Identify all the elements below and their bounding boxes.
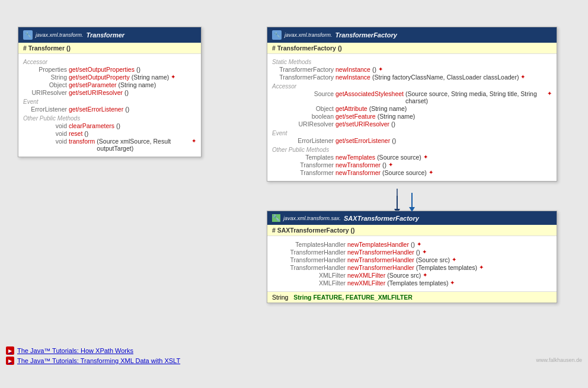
tf-member-row: Templates newTemplates (Source source) ✦ — [272, 154, 552, 161]
tutorial-link-1[interactable]: ▶ The Java™ Tutorials: How XPath Works — [6, 346, 180, 355]
transformer-member-row: ErrorListener get/setErrorListener () — [23, 106, 196, 113]
type-thandler: TemplatesHandler — [274, 241, 346, 248]
sax-constructor-text: # SAXTransformerFactory () — [272, 227, 354, 234]
param: (String name) — [378, 113, 416, 120]
tutorial-link-1-text: The Java™ Tutorials: How XPath Works — [17, 347, 133, 354]
method-geturiresolver[interactable]: get/setURIResolver — [335, 120, 389, 128]
transformer-member-row: void clearParameters () — [23, 122, 196, 129]
tutorial-link-2[interactable]: ▶ The Java™ Tutorials: Transforming XML … — [6, 357, 180, 365]
method-getsetoutputprop[interactable]: get/setOutputProperty — [69, 74, 130, 81]
transformer-member-row: void reset () — [23, 130, 196, 137]
mark6: ✦ — [450, 279, 455, 287]
param: () — [84, 130, 88, 137]
sax-constructor: # SAXTransformerFactory () — [267, 225, 557, 236]
param: () — [116, 122, 120, 129]
param: () — [391, 120, 395, 128]
sax-feature-row: String String FEATURE, FEATURE_XMLFILTER — [267, 291, 557, 303]
type-string: String — [25, 74, 67, 81]
sax-member-row: XMLFilter newXMLFilter (Templates templa… — [272, 279, 552, 287]
type-uriresolver: URIResolver — [274, 120, 334, 128]
param: (Source src) — [387, 272, 421, 279]
param: (Templates templates) — [387, 279, 448, 287]
method-newinstance1[interactable]: newInstance — [335, 66, 370, 73]
transformer-constructor: # Transformer () — [18, 43, 201, 54]
type-boolean: boolean — [274, 113, 334, 120]
type-transformer2: Transformer — [274, 169, 334, 176]
feature-fields: String FEATURE, FEATURE_XMLFILTER — [293, 294, 413, 301]
transformer-class-box: 🔧 javax.xml.transform.Transformer # Tran… — [18, 27, 202, 157]
link-icon-1: ▶ — [6, 346, 14, 355]
method-newtemplates[interactable]: newTemplates — [335, 154, 375, 161]
transformer-member-row: Properties get/setOutputProperties () — [23, 66, 196, 73]
method-getseturiresolver[interactable]: get/setURIResolver — [69, 89, 123, 96]
watermark: www.falkhausen.de — [536, 357, 582, 363]
method-getseterrorlistener[interactable]: get/setErrorListener — [69, 106, 123, 113]
method-transform[interactable]: transform — [69, 138, 95, 152]
diagram-area: 🔧 javax.xml.transform.Transformer # Tran… — [0, 0, 588, 368]
footer-links: ▶ The Java™ Tutorials: How XPath Works ▶… — [6, 346, 180, 365]
mark2: ✦ — [191, 138, 196, 152]
mark: ✦ — [378, 66, 383, 73]
method-newxmlfilter1[interactable]: newXMLFilter — [347, 272, 385, 279]
method-newtransformerhandler3[interactable]: newTransformerHandler — [347, 264, 414, 271]
tf-other-label: Other Public Methods — [272, 147, 552, 153]
type-xmlfilter1: XMLFilter — [274, 272, 346, 279]
transformer-class-name: Transformer — [87, 31, 125, 39]
param: (Source source) — [377, 154, 421, 161]
transformer-constructor-text: # Transformer () — [23, 44, 71, 52]
method-newtransformerhandler2[interactable]: newTransformerHandler — [347, 256, 414, 263]
tf-member-row: URIResolver get/setURIResolver () — [272, 120, 552, 128]
sax-member-row: TemplatesHandler newTemplatesHandler () … — [272, 241, 552, 248]
method-getseterrorlistener2[interactable]: get/setErrorListener — [335, 137, 390, 144]
transformer-event-label: Event — [23, 98, 196, 105]
method-getattribute[interactable]: getAttribute — [335, 105, 368, 112]
type-properties: Properties — [25, 66, 67, 73]
method-reset[interactable]: reset — [69, 130, 82, 137]
mark5: ✦ — [423, 272, 427, 279]
tf-accessor-label: Accessor — [272, 83, 552, 90]
feature-string-type: String — [272, 294, 292, 301]
param: (Templates templates) — [416, 264, 477, 271]
method-newtransformer1[interactable]: newTransformer — [335, 161, 381, 168]
mark3: ✦ — [452, 256, 456, 263]
method-newtransformerhandler1[interactable]: newTransformerHandler — [347, 249, 414, 256]
tf-member-row: boolean get/setFeature (String name) — [272, 113, 552, 120]
method-clearparams[interactable]: clearParameters — [69, 122, 114, 129]
method-newtransformer2[interactable]: newTransformer — [335, 169, 381, 176]
param: () — [125, 106, 129, 113]
transformerfactory-class-box: 🔧 javax.xml.transform.TransformerFactory… — [267, 27, 557, 182]
mark: ✦ — [417, 241, 421, 248]
method-getsetparam[interactable]: get/setParameter — [69, 81, 117, 88]
method-getsetfeature[interactable]: get/setFeature — [335, 113, 376, 120]
type-xmlfilter2: XMLFilter — [274, 279, 346, 287]
sax-member-row: TransformerHandler newTransformerHandler… — [272, 249, 552, 256]
sax-body: TemplatesHandler newTemplatesHandler () … — [267, 236, 557, 291]
method-getassociated[interactable]: getAssociatedStylesheet — [335, 90, 404, 104]
param: (String name) — [119, 81, 156, 88]
sax-class-name: SAXTransformerFactory — [344, 215, 419, 222]
type-templates: Templates — [274, 154, 334, 161]
type-tf1: TransformerFactory — [274, 66, 334, 73]
method-newxmlfilter2[interactable]: newXMLFilter — [347, 279, 385, 287]
mark2: ✦ — [520, 74, 525, 81]
saxtransformerfactory-class-box: 🔧 javax.xml.transform.sax.SAXTransformer… — [267, 211, 557, 303]
transformer-header: 🔧 javax.xml.transform.Transformer — [18, 27, 201, 43]
method-newtemplateshandler[interactable]: newTemplatesHandler — [347, 241, 409, 248]
transformerfactory-constructor-text: # TransformerFactory () — [272, 44, 342, 52]
method-newinstance2[interactable]: newInstance — [335, 74, 370, 81]
tf-member-row: TransformerFactory newInstance () ✦ — [272, 66, 552, 73]
type-void3: void — [25, 138, 67, 152]
transformerfactory-constructor: # TransformerFactory () — [267, 43, 557, 54]
transformerfactory-header: 🔧 javax.xml.transform.TransformerFactory — [267, 27, 557, 43]
param: (Source source) — [382, 169, 427, 176]
transformer-pkg: javax.xml.transform. — [36, 32, 84, 38]
mark3: ✦ — [547, 90, 552, 104]
method-getsetoutputprops[interactable]: get/setOutputProperties — [69, 66, 135, 73]
param: (Source xmlSource, Result outputTarget) — [97, 138, 190, 152]
transformer-body: Accessor Properties get/setOutputPropert… — [18, 54, 201, 157]
type-void2: void — [25, 130, 67, 137]
transformer-icon: 🔧 — [23, 30, 33, 40]
tf-member-row: Transformer newTransformer () ✦ — [272, 161, 552, 168]
param: () — [411, 241, 415, 248]
transformer-member-row: void transform (Source xmlSource, Result… — [23, 138, 196, 152]
